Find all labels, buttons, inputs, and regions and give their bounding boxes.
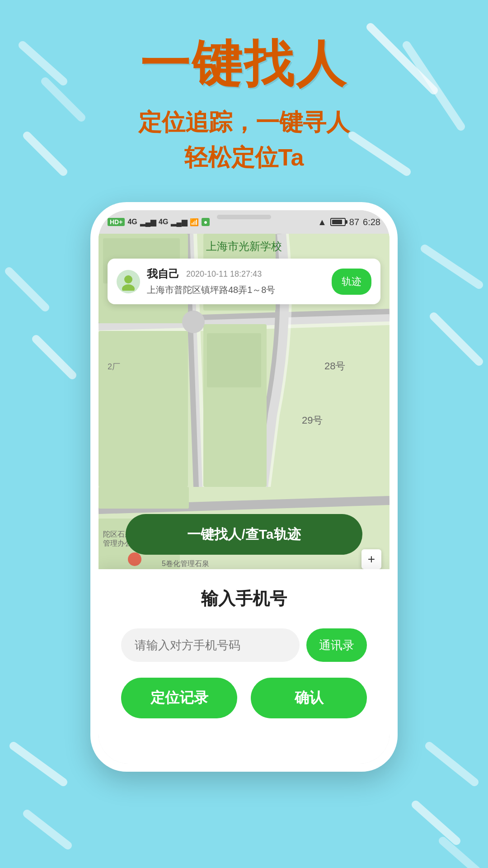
zoom-plus-button[interactable]: +	[361, 549, 381, 569]
svg-point-31	[128, 552, 141, 566]
wifi-icon: 📶	[190, 218, 199, 226]
signal-bars: ▂▄▆	[140, 218, 156, 226]
avatar	[117, 270, 140, 293]
find-person-cta-button[interactable]: 一键找人/查Ta轨迹	[126, 514, 362, 555]
status-right: ▲ 87 6:28	[318, 217, 380, 227]
network-4g-2: 4G	[159, 218, 168, 226]
confirm-button[interactable]: 确认	[251, 678, 367, 718]
network-4g-1: 4G	[127, 218, 137, 226]
info-card: 我自己 2020-10-11 18:27:43 上海市普陀区镇坪路48弄1～8号…	[108, 259, 380, 304]
svg-line-12	[443, 841, 479, 868]
phone-input-row: 通讯录	[121, 628, 367, 662]
svg-text:28号: 28号	[324, 360, 345, 372]
phone-input-modal: 输入手机号 通讯录 定位记录 确认	[99, 569, 389, 764]
battery-percent: 87	[349, 217, 359, 227]
map-area: 28号 29号 2厂 上海市光新学校	[99, 234, 389, 487]
svg-point-22	[182, 311, 205, 333]
svg-text:29号: 29号	[302, 415, 323, 426]
phone-number-input[interactable]	[121, 628, 300, 662]
gps-icon: ●	[202, 218, 210, 226]
svg-line-11	[416, 805, 456, 841]
svg-text:2厂: 2厂	[108, 362, 120, 371]
info-name-row: 我自己 2020-10-11 18:27:43	[147, 267, 325, 281]
status-left: HD+ 4G ▂▄▆ 4G ▂▄▆ 📶 ●	[108, 218, 210, 226]
svg-text:5卷化管理石泉: 5卷化管理石泉	[162, 560, 209, 567]
main-title: 一键找人	[0, 36, 488, 91]
action-buttons: 定位记录 确认	[121, 678, 367, 718]
location-history-button[interactable]: 定位记录	[121, 678, 237, 718]
hd-badge: HD+	[108, 218, 125, 226]
location-icon: ▲	[318, 217, 327, 227]
phone-screen: HD+ 4G ▂▄▆ 4G ▂▄▆ 📶 ● ▲ 87 6:28	[99, 210, 389, 764]
battery-fill	[332, 220, 343, 224]
status-bar: HD+ 4G ▂▄▆ 4G ▂▄▆ 📶 ● ▲ 87 6:28	[99, 210, 389, 234]
svg-rect-18	[99, 331, 188, 487]
svg-line-9	[27, 814, 68, 845]
modal-title: 输入手机号	[121, 587, 367, 610]
contacts-button[interactable]: 通讯录	[306, 628, 367, 662]
location-header: 上海市光新学校	[99, 239, 389, 254]
bottom-map: 陀区石泉路 管理办公室 5卷化管理石泉 一键找人/查Ta轨迹 +	[99, 487, 389, 577]
phone-outer: HD+ 4G ▂▄▆ 4G ▂▄▆ 📶 ● ▲ 87 6:28	[90, 202, 398, 772]
top-section: 一键找人 定位追踪，一键寻人 轻松定位Ta	[0, 0, 488, 175]
battery-icon	[330, 218, 346, 226]
phone-mockup: HD+ 4G ▂▄▆ 4G ▂▄▆ 📶 ● ▲ 87 6:28	[0, 202, 488, 772]
sub-title: 定位追踪，一键寻人 轻松定位Ta	[0, 104, 488, 175]
location-name: 上海市光新学校	[206, 240, 282, 252]
user-name: 我自己	[147, 267, 179, 281]
subtitle-line2: 轻松定位Ta	[0, 140, 488, 175]
address: 上海市普陀区镇坪路48弄1～8号	[147, 284, 325, 296]
subtitle-line1: 定位追踪，一键寻人	[0, 104, 488, 140]
svg-point-26	[124, 275, 132, 283]
svg-point-27	[122, 284, 135, 291]
clock: 6:28	[363, 217, 380, 227]
svg-rect-29	[99, 487, 189, 509]
info-text: 我自己 2020-10-11 18:27:43 上海市普陀区镇坪路48弄1～8号	[147, 267, 325, 296]
track-button[interactable]: 轨迹	[332, 269, 371, 295]
signal-bars-2: ▂▄▆	[171, 218, 187, 226]
phone-speaker	[217, 215, 271, 219]
svg-rect-21	[207, 333, 261, 387]
timestamp: 2020-10-11 18:27:43	[186, 269, 262, 279]
